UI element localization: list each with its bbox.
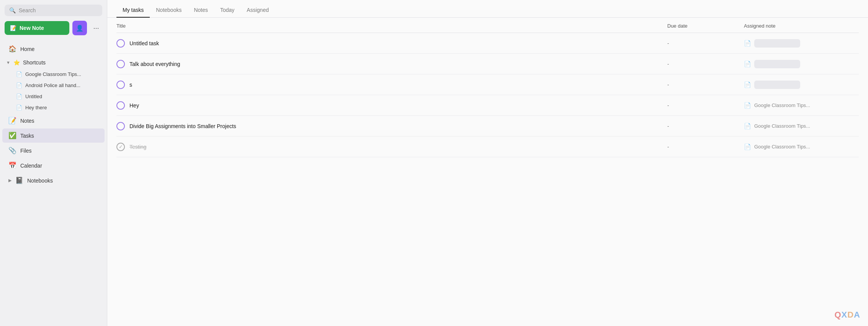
sidebar-actions: 📝 New Note 👤 ··· bbox=[5, 21, 102, 35]
task-due-date: - bbox=[667, 56, 744, 72]
main-content: My tasks Notebooks Notes Today Assigned … bbox=[107, 0, 868, 326]
tab-today-label: Today bbox=[220, 7, 234, 13]
tab-my-tasks-label: My tasks bbox=[123, 7, 144, 13]
table-row[interactable]: ✓ Testing - 📄 Google Classroom Tips... bbox=[116, 137, 859, 157]
watermark-x: X bbox=[842, 310, 848, 319]
search-bar[interactable]: 🔍 Search bbox=[5, 5, 102, 16]
task-assigned-note: 📄 Google Classroom Tips... bbox=[744, 97, 859, 114]
files-icon: 📎 bbox=[8, 147, 16, 155]
table-row[interactable]: Talk about everything - 📄 bbox=[116, 54, 859, 74]
chevron-down-icon: ▼ bbox=[6, 60, 10, 65]
chevron-right-icon: ▶ bbox=[8, 178, 11, 183]
tabs-bar: My tasks Notebooks Notes Today Assigned bbox=[107, 0, 868, 18]
task-title-cell: Hey bbox=[116, 96, 667, 115]
task-due-date: - bbox=[667, 138, 744, 155]
task-assigned-note: 📄 bbox=[744, 54, 859, 74]
sidebar-subitem-android-police-label: Android Police all hand... bbox=[25, 82, 80, 88]
more-options-button[interactable]: ··· bbox=[90, 22, 102, 34]
sidebar-item-files[interactable]: 📎 Files bbox=[2, 143, 105, 158]
tab-notebooks[interactable]: Notebooks bbox=[150, 3, 188, 18]
watermark-a: A bbox=[854, 310, 860, 319]
tab-my-tasks[interactable]: My tasks bbox=[116, 3, 150, 18]
watermark-q: Q bbox=[834, 310, 841, 319]
task-note-text: Google Classroom Tips... bbox=[754, 102, 810, 108]
task-due-date: - bbox=[667, 35, 744, 52]
task-checkbox[interactable] bbox=[116, 122, 125, 130]
sidebar-item-calendar-label: Calendar bbox=[20, 163, 42, 169]
note-icon: 📄 bbox=[16, 105, 22, 110]
sidebar-subitem-hey-there[interactable]: 📄 Hey there bbox=[2, 102, 105, 113]
task-name: Divide Big Assignments into Smaller Proj… bbox=[129, 123, 236, 129]
search-label: Search bbox=[19, 7, 36, 13]
sidebar-item-home-label: Home bbox=[20, 46, 34, 52]
task-name: Hey bbox=[129, 102, 139, 109]
sidebar-item-files-label: Files bbox=[20, 148, 32, 154]
task-title-cell: s bbox=[116, 75, 667, 94]
task-checkbox[interactable] bbox=[116, 101, 125, 110]
note-preview bbox=[754, 60, 800, 68]
sidebar-item-notebooks-label: Notebooks bbox=[27, 178, 53, 184]
col-header-assigned-note: Assigned note bbox=[744, 23, 859, 29]
task-checkbox[interactable] bbox=[116, 60, 125, 68]
task-assigned-note: 📄 Google Classroom Tips... bbox=[744, 138, 859, 156]
tasks-icon-button[interactable]: 👤 bbox=[72, 21, 87, 35]
note-file-icon: 📄 bbox=[744, 81, 751, 88]
tab-notes-label: Notes bbox=[194, 7, 208, 13]
table-row[interactable]: s - 📄 bbox=[116, 74, 859, 95]
table-header: Title Due date Assigned note bbox=[116, 18, 859, 33]
sidebar: 🔍 Search 📝 New Note 👤 ··· 🏠 Home ▼ ⭐ Sho… bbox=[0, 0, 107, 326]
new-note-icon: 📝 bbox=[10, 25, 16, 31]
task-due-date: - bbox=[667, 76, 744, 93]
tab-assigned[interactable]: Assigned bbox=[241, 3, 275, 18]
notebooks-icon: 📓 bbox=[15, 176, 23, 184]
shortcuts-icon: ⭐ bbox=[13, 59, 20, 66]
task-checkbox[interactable] bbox=[116, 81, 125, 89]
xda-watermark: QXDA bbox=[834, 310, 860, 320]
note-icon: 📄 bbox=[16, 71, 22, 77]
task-assigned-note: 📄 bbox=[744, 34, 859, 53]
task-title-cell: Untitled task bbox=[116, 34, 667, 53]
task-checkbox-completed[interactable]: ✓ bbox=[116, 143, 125, 151]
note-file-icon: 📄 bbox=[744, 61, 751, 68]
note-file-icon: 📄 bbox=[744, 143, 751, 150]
sidebar-subitem-android-police[interactable]: 📄 Android Police all hand... bbox=[2, 80, 105, 91]
note-preview bbox=[754, 39, 800, 48]
sidebar-item-home[interactable]: 🏠 Home bbox=[2, 42, 105, 56]
sidebar-item-notebooks[interactable]: ▶ 📓 Notebooks bbox=[2, 173, 105, 188]
new-note-button[interactable]: 📝 New Note bbox=[5, 21, 69, 35]
task-note-text: Google Classroom Tips... bbox=[754, 123, 810, 129]
sidebar-subitem-untitled[interactable]: 📄 Untitled bbox=[2, 91, 105, 102]
task-name: Talk about everything bbox=[129, 61, 180, 67]
person-icon: 👤 bbox=[76, 25, 84, 32]
table-row[interactable]: Divide Big Assignments into Smaller Proj… bbox=[116, 116, 859, 137]
task-name: Untitled task bbox=[129, 40, 159, 46]
shortcuts-label: Shortcuts bbox=[23, 59, 46, 66]
sidebar-subitem-google-classroom[interactable]: 📄 Google Classroom Tips... bbox=[2, 69, 105, 79]
ellipsis-icon: ··· bbox=[93, 24, 99, 32]
table-row[interactable]: Hey - 📄 Google Classroom Tips... bbox=[116, 95, 859, 116]
col-header-title: Title bbox=[116, 23, 667, 29]
col-header-due-date: Due date bbox=[667, 23, 744, 29]
task-title-cell: Divide Big Assignments into Smaller Proj… bbox=[116, 117, 667, 136]
sidebar-item-notes-label: Notes bbox=[20, 118, 34, 124]
sidebar-item-calendar[interactable]: 📅 Calendar bbox=[2, 158, 105, 173]
note-icon: 📄 bbox=[16, 94, 22, 99]
new-note-label: New Note bbox=[20, 25, 44, 31]
sidebar-section-shortcuts[interactable]: ▼ ⭐ Shortcuts bbox=[0, 56, 107, 69]
task-due-date: - bbox=[667, 118, 744, 135]
task-title-cell: ✓ Testing bbox=[116, 137, 667, 156]
sidebar-subitem-google-classroom-label: Google Classroom Tips... bbox=[25, 71, 81, 77]
task-name: s bbox=[129, 82, 132, 88]
sidebar-item-tasks[interactable]: ✅ Tasks bbox=[2, 128, 105, 143]
sidebar-item-notes[interactable]: 📝 Notes bbox=[2, 114, 105, 128]
task-checkbox[interactable] bbox=[116, 39, 125, 48]
note-file-icon: 📄 bbox=[744, 40, 751, 47]
task-note-text: Google Classroom Tips... bbox=[754, 144, 810, 150]
table-row[interactable]: Untitled task - 📄 bbox=[116, 33, 859, 54]
tab-today[interactable]: Today bbox=[214, 3, 241, 18]
task-table: Title Due date Assigned note Untitled ta… bbox=[107, 18, 868, 326]
tasks-icon: ✅ bbox=[8, 132, 16, 140]
tab-notes[interactable]: Notes bbox=[188, 3, 214, 18]
calendar-icon: 📅 bbox=[8, 161, 16, 170]
tab-assigned-label: Assigned bbox=[247, 7, 269, 13]
